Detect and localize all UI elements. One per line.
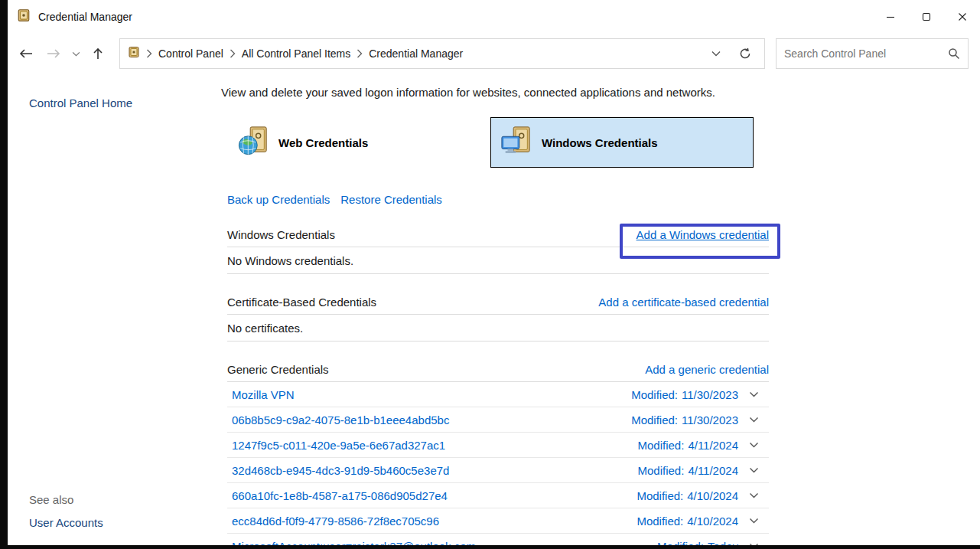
credential-modified: Modified:4/11/2024 bbox=[638, 464, 739, 477]
tab-windows-credentials-label: Windows Credentials bbox=[542, 136, 658, 149]
title-bar: Credential Manager bbox=[8, 0, 980, 34]
main-content: View and delete your saved logon informa… bbox=[227, 74, 769, 545]
section-windows-credentials: Windows Credentials Add a Windows creden… bbox=[227, 228, 769, 247]
search-input[interactable] bbox=[784, 47, 948, 60]
breadcrumb: Control Panel All Control Panel Items Cr… bbox=[119, 38, 765, 69]
section-title: Certificate-Based Credentials bbox=[227, 296, 376, 309]
credential-type-tabs: Web Credentials Win bbox=[227, 117, 769, 168]
web-credentials-icon bbox=[237, 125, 269, 160]
expand-credential-button[interactable] bbox=[738, 417, 769, 423]
credential-name-link[interactable]: 06b8b5c9-c9a2-4075-8e1b-b1eee4abd5bc bbox=[232, 413, 631, 426]
row-expand-icon bbox=[749, 543, 759, 545]
credential-name-link[interactable]: Mozilla VPN bbox=[232, 388, 631, 401]
close-button[interactable] bbox=[944, 0, 980, 34]
section-title: Generic Credentials bbox=[227, 363, 329, 376]
certificate-credentials-empty-text: No certificates. bbox=[227, 315, 769, 341]
sidebar: Control Panel Home See also User Account… bbox=[8, 74, 216, 545]
credential-modified: Modified:4/11/2024 bbox=[638, 439, 739, 452]
sidebar-item-user-accounts[interactable]: User Accounts bbox=[29, 516, 103, 529]
forward-button[interactable] bbox=[40, 39, 67, 68]
credential-modified: Modified:11/30/2023 bbox=[631, 413, 738, 426]
search-icon[interactable] bbox=[948, 47, 960, 60]
restore-credentials-link[interactable]: Restore Credentials bbox=[340, 193, 442, 206]
breadcrumb-dropdown-icon bbox=[711, 51, 721, 57]
credential-modified: Modified:11/30/2023 bbox=[631, 388, 738, 401]
windows-credentials-icon bbox=[500, 125, 532, 160]
tab-web-credentials[interactable]: Web Credentials bbox=[227, 117, 490, 168]
expand-credential-button[interactable] bbox=[738, 543, 769, 545]
row-expand-icon bbox=[749, 391, 759, 397]
sidebar-item-control-panel-home[interactable]: Control Panel Home bbox=[29, 96, 132, 109]
refresh-icon bbox=[739, 47, 751, 60]
credential-name-link[interactable]: 32d468cb-e945-4dc3-91d9-5b460c5e3e7d bbox=[232, 464, 638, 477]
breadcrumb-item-credential-manager[interactable]: Credential Manager bbox=[369, 47, 463, 60]
expand-credential-button[interactable] bbox=[738, 492, 769, 498]
breadcrumb-dropdown-button[interactable] bbox=[705, 40, 728, 67]
credential-row: ecc84d6d-f0f9-4779-8586-72f8ec705c96 Mod… bbox=[227, 508, 769, 534]
breadcrumb-separator-icon bbox=[357, 49, 363, 58]
add-generic-credential-link[interactable]: Add a generic credential bbox=[645, 363, 769, 376]
navigation-bar: Control Panel All Control Panel Items Cr… bbox=[8, 34, 980, 74]
credential-modified: Modified:4/10/2024 bbox=[637, 515, 738, 528]
credential-manager-window: Credential Manager bbox=[8, 0, 980, 545]
row-expand-icon bbox=[749, 492, 759, 498]
back-button[interactable] bbox=[12, 39, 40, 68]
expand-credential-button[interactable] bbox=[738, 518, 769, 524]
breadcrumb-item-control-panel[interactable]: Control Panel bbox=[158, 47, 223, 60]
history-chevron-icon bbox=[72, 51, 80, 57]
credential-row: 660a10fc-1e8b-4587-a175-086d905d27e4 Mod… bbox=[227, 483, 769, 508]
see-also-label: See also bbox=[29, 493, 73, 506]
tab-windows-credentials[interactable]: Windows Credentials bbox=[490, 117, 754, 168]
credential-modified: Modified:4/10/2024 bbox=[637, 489, 738, 502]
section-generic-credentials: Generic Credentials Add a generic creden… bbox=[227, 363, 769, 382]
credential-name-link[interactable]: ecc84d6d-f0f9-4779-8586-72f8ec705c96 bbox=[232, 515, 637, 528]
section-title: Windows Credentials bbox=[227, 228, 335, 241]
add-windows-credential-link[interactable]: Add a Windows credential bbox=[637, 228, 769, 241]
breadcrumb-item-all-control-panel-items[interactable]: All Control Panel Items bbox=[242, 47, 350, 60]
windows-credentials-empty-text: No Windows credentials. bbox=[227, 247, 769, 274]
maximize-button[interactable] bbox=[908, 0, 944, 34]
breadcrumb-location-icon bbox=[128, 46, 140, 61]
credential-modified: Modified:Today bbox=[657, 540, 738, 546]
credential-name-link[interactable]: 1247f9c5-c011-420e-9a5e-6e67ad327ac1 bbox=[232, 439, 638, 452]
add-certificate-credential-link[interactable]: Add a certificate-based credential bbox=[598, 296, 769, 309]
expand-credential-button[interactable] bbox=[738, 391, 769, 397]
credential-row: 06b8b5c9-c9a2-4075-8e1b-b1eee4abd5bc Mod… bbox=[227, 407, 769, 433]
backup-credentials-link[interactable]: Back up Credentials bbox=[227, 193, 330, 206]
history-dropdown-button[interactable] bbox=[67, 39, 84, 68]
breadcrumb-separator-icon bbox=[146, 49, 152, 58]
section-certificate-credentials: Certificate-Based Credentials Add a cert… bbox=[227, 296, 769, 315]
credential-row: MicrosoftAccount:user=raistark37@outlook… bbox=[227, 534, 769, 545]
row-expand-icon bbox=[749, 467, 759, 473]
up-button[interactable] bbox=[84, 39, 112, 68]
row-expand-icon bbox=[749, 442, 759, 448]
credential-name-link[interactable]: MicrosoftAccount:user=raistark37@outlook… bbox=[232, 540, 657, 546]
page-description: View and delete your saved logon informa… bbox=[221, 86, 769, 99]
row-expand-icon bbox=[749, 518, 759, 524]
refresh-button[interactable] bbox=[734, 40, 757, 67]
credential-actions: Back up Credentials Restore Credentials bbox=[227, 193, 769, 206]
credential-name-link[interactable]: 660a10fc-1e8b-4587-a175-086d905d27e4 bbox=[232, 489, 637, 502]
credential-row: Mozilla VPN Modified:11/30/2023 bbox=[227, 382, 769, 407]
breadcrumb-separator-icon bbox=[230, 49, 236, 58]
minimize-button[interactable] bbox=[872, 0, 908, 34]
credential-row: 32d468cb-e945-4dc3-91d9-5b460c5e3e7d Mod… bbox=[227, 458, 769, 483]
search-box bbox=[776, 38, 969, 69]
tab-web-credentials-label: Web Credentials bbox=[278, 136, 368, 149]
window-controls bbox=[872, 0, 980, 34]
credential-row: 1247f9c5-c011-420e-9a5e-6e67ad327ac1 Mod… bbox=[227, 433, 769, 458]
expand-credential-button[interactable] bbox=[738, 442, 769, 448]
row-expand-icon bbox=[749, 417, 759, 423]
up-icon bbox=[93, 47, 103, 60]
window-title: Credential Manager bbox=[38, 11, 132, 23]
expand-credential-button[interactable] bbox=[738, 467, 769, 473]
app-icon bbox=[17, 8, 31, 25]
back-icon bbox=[18, 48, 34, 59]
forward-icon bbox=[46, 48, 61, 59]
